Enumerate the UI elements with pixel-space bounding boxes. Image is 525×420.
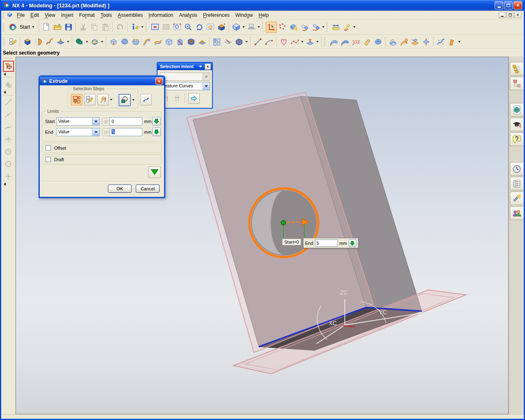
draft-checkbox[interactable] [46, 157, 51, 162]
curve-rule-combo[interactable]: Feature Curves [160, 82, 210, 90]
zoom-window-icon[interactable] [171, 22, 183, 33]
menu-file[interactable]: File [14, 11, 27, 19]
close-button[interactable]: × [514, 1, 522, 9]
selection-intent-titlebar[interactable]: Selection Intent × [158, 63, 212, 70]
through-curves-icon[interactable] [339, 36, 350, 47]
pan-view-icon[interactable] [205, 22, 216, 33]
toolbar-grip[interactable] [324, 37, 326, 46]
end-limit-combo[interactable]: Value [56, 128, 100, 136]
start-direction-button[interactable] [152, 117, 161, 126]
zoom-in-out-icon[interactable] [183, 22, 194, 33]
combo-arrow-icon[interactable] [92, 128, 99, 136]
toolbar-grip[interactable] [4, 58, 12, 59]
unite-icon[interactable] [74, 36, 85, 47]
draft-icon[interactable] [174, 36, 185, 47]
toolbar-grip[interactable] [262, 23, 264, 32]
open-part-icon[interactable] [52, 22, 63, 33]
chevron-down-icon[interactable] [242, 26, 245, 28]
swept-icon[interactable] [361, 36, 372, 47]
mdi-restore-button[interactable] [507, 12, 514, 18]
offset-checkbox[interactable] [46, 145, 51, 151]
toolbar-grip[interactable] [3, 23, 5, 32]
menubar-grip[interactable] [3, 12, 5, 18]
help-tab[interactable] [510, 132, 523, 146]
chevron-down-icon[interactable] [101, 41, 103, 43]
combo-arrow-icon[interactable] [203, 82, 210, 90]
project-curve-icon[interactable] [304, 36, 315, 47]
trimmed-sheet-icon[interactable] [409, 36, 420, 47]
start-limit-combo[interactable]: Value [56, 117, 100, 126]
roles-tab[interactable] [510, 206, 523, 220]
collapse-arrow-icon[interactable] [4, 73, 6, 76]
chevron-down-icon[interactable] [199, 66, 202, 68]
measure-distance-icon[interactable] [330, 22, 341, 33]
menu-view[interactable]: View [42, 11, 58, 19]
wcs-dynamics-icon[interactable] [266, 22, 277, 33]
chamfer-icon[interactable] [130, 36, 141, 47]
end-widget-input[interactable] [315, 240, 338, 247]
menu-edit[interactable]: Edit [27, 11, 42, 19]
dialog-close-button[interactable]: × [155, 78, 163, 84]
chevron-down-icon[interactable] [245, 41, 248, 43]
datum-plane-icon[interactable] [55, 36, 66, 47]
assembly-navigator-tab[interactable] [510, 62, 523, 75]
object-information-icon[interactable] [129, 22, 140, 33]
chevron-down-icon[interactable] [141, 26, 144, 28]
chevron-down-icon[interactable] [353, 26, 356, 28]
start-handle-ball[interactable] [281, 221, 285, 225]
menu-assemblies[interactable]: Assemblies [115, 11, 146, 19]
styled-corner-icon[interactable] [446, 36, 457, 47]
system-tools-tab[interactable] [510, 192, 523, 205]
soft-blend-icon[interactable] [141, 36, 152, 47]
styled-sweep-icon[interactable] [435, 36, 446, 47]
cancel-button[interactable]: Cancel [136, 185, 160, 193]
studio-spline-icon[interactable] [289, 36, 300, 47]
menu-window[interactable]: Window [233, 11, 256, 19]
sketch-icon[interactable] [7, 36, 18, 47]
combo-arrow-icon[interactable] [92, 118, 99, 125]
toolbar-grip[interactable] [146, 23, 148, 32]
menu-information[interactable]: Information [146, 11, 176, 19]
menu-preferences[interactable]: Preferences [200, 11, 233, 19]
snap-point-filter-icon[interactable] [3, 61, 14, 72]
more-options-button[interactable] [148, 167, 161, 178]
extrude-dialog-titlebar[interactable]: Extrude × [40, 77, 164, 85]
edge-blend-icon[interactable] [108, 36, 119, 47]
restore-button[interactable] [504, 1, 513, 9]
extrude-icon[interactable] [22, 36, 33, 47]
orient-view-icon[interactable] [231, 22, 242, 33]
snapshot-icon[interactable] [246, 22, 257, 33]
toolbar-grip[interactable] [326, 23, 329, 32]
chevron-down-icon[interactable] [258, 26, 260, 28]
transform-icon[interactable] [310, 22, 321, 33]
end-widget-direction-button[interactable] [349, 239, 356, 247]
title-bar[interactable]: NX 4 - Modeling - [1234.prt (Modified) ]… [1, 0, 524, 11]
chevron-down-icon[interactable] [86, 41, 88, 43]
palette-close-button[interactable]: × [205, 64, 211, 70]
sweep-along-guide-icon[interactable] [44, 36, 55, 47]
chevron-down-icon[interactable] [109, 94, 113, 105]
rotate-view-icon[interactable] [194, 22, 205, 33]
split-body-icon[interactable] [222, 36, 233, 47]
through-curve-mesh-icon[interactable] [350, 36, 361, 47]
hole-icon[interactable] [185, 36, 196, 47]
face-blend-icon[interactable] [119, 36, 130, 47]
mirror-feature-icon[interactable] [299, 22, 310, 33]
history-tab[interactable] [510, 162, 523, 176]
graphics-viewport[interactable]: ZC YC XC [16, 57, 509, 414]
shaded-view-icon[interactable] [216, 22, 227, 33]
palettes-tab[interactable] [510, 177, 523, 190]
collapse-arrow-icon[interactable] [4, 91, 6, 94]
menu-analysis[interactable]: Analysis [176, 11, 200, 19]
menu-help[interactable]: Help [256, 11, 272, 19]
save-part-icon[interactable] [63, 22, 74, 33]
thicken-sheet-icon[interactable] [420, 36, 431, 47]
ok-button[interactable]: OK [108, 185, 132, 193]
fit-view-icon[interactable] [149, 22, 160, 33]
toolbar-grip[interactable] [3, 37, 5, 46]
point-set-icon[interactable] [277, 22, 288, 33]
start-menu-button[interactable]: Start [18, 24, 37, 30]
part-navigator-tab[interactable] [510, 77, 523, 90]
end-direction-button[interactable] [152, 128, 161, 136]
shell-icon[interactable] [163, 36, 174, 47]
